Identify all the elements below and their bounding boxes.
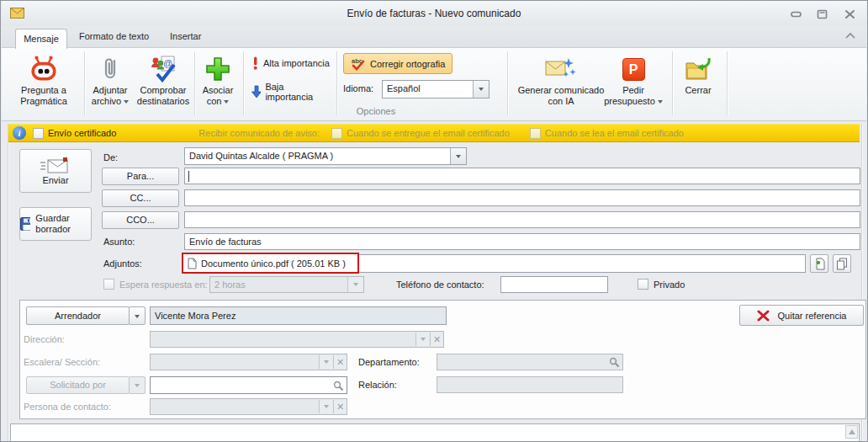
comprobar-destinatarios-button[interactable]: @ Comprobar destinatarios bbox=[135, 50, 192, 107]
solicitado-por-button[interactable]: Solicitado por bbox=[26, 376, 130, 394]
attachment-chip[interactable]: Documento único.pdf ( 205.01 KB ) bbox=[182, 253, 359, 274]
plus-icon bbox=[204, 53, 231, 85]
dropdown-caret-icon bbox=[135, 384, 140, 387]
text-caret bbox=[188, 171, 189, 182]
baja-importancia-button[interactable]: Baja importancia bbox=[248, 80, 334, 104]
robot-icon bbox=[29, 53, 58, 85]
entregue-checkbox[interactable] bbox=[331, 128, 342, 139]
quitar-referencia-button[interactable]: Quitar referencia bbox=[739, 305, 864, 326]
add-attachment-button[interactable] bbox=[810, 254, 828, 273]
alta-importancia-label: Alta importancia bbox=[263, 58, 330, 68]
telefono-contacto-input[interactable] bbox=[500, 276, 608, 293]
adjuntar-archivo-button[interactable]: Adjuntar archivo bbox=[87, 50, 133, 107]
de-dropdown-button[interactable] bbox=[450, 148, 466, 164]
dropdown-caret-icon bbox=[456, 155, 461, 158]
title-bar[interactable]: Envío de facturas - Nuevo comunicado bbox=[2, 1, 866, 26]
dropdown-caret-icon[interactable] bbox=[319, 400, 332, 413]
copy-attachment-button[interactable] bbox=[833, 254, 851, 273]
de-combobox[interactable]: David Quintas Alcalde ( PRAGMA ) bbox=[184, 147, 467, 165]
referencia-nombre-value: Vicente Mora Perez bbox=[151, 307, 446, 321]
dropdown-caret-icon bbox=[353, 283, 358, 286]
para-button[interactable]: Para... bbox=[102, 168, 179, 185]
maximize-icon[interactable] bbox=[817, 9, 828, 19]
privado-checkbox[interactable] bbox=[638, 279, 648, 290]
clear-x-icon[interactable]: ✕ bbox=[333, 355, 347, 369]
clear-x-icon[interactable]: ✕ bbox=[430, 333, 443, 346]
dropdown-caret-icon[interactable] bbox=[319, 355, 332, 369]
certified-bar: i Envío certificado Recibir comunicado d… bbox=[8, 124, 860, 142]
dropdown-caret-icon bbox=[658, 100, 663, 104]
floppy-icon bbox=[20, 217, 30, 231]
direccion-combobox[interactable]: ✕ bbox=[150, 331, 444, 348]
ribbon-divider bbox=[84, 51, 85, 115]
tab-mensaje[interactable]: Mensaje bbox=[15, 29, 67, 49]
envio-certificado-label: Envío certificado bbox=[48, 128, 116, 138]
paperclip-icon bbox=[102, 53, 119, 85]
referencia-tipo-button[interactable]: Arrendador bbox=[26, 306, 130, 325]
dropdown-caret-icon[interactable] bbox=[415, 333, 429, 346]
minimize-icon[interactable] bbox=[791, 10, 802, 19]
solicitado-por-input[interactable] bbox=[150, 376, 347, 394]
para-input[interactable] bbox=[184, 168, 860, 184]
close-icon[interactable] bbox=[844, 9, 855, 19]
tab-insertar[interactable]: Insertar bbox=[170, 31, 201, 41]
espera-dropdown-button[interactable] bbox=[347, 277, 363, 292]
cco-input[interactable] bbox=[184, 211, 860, 228]
cco-button[interactable]: CCO... bbox=[102, 211, 179, 229]
ribbon-divider bbox=[243, 51, 244, 115]
espera-respuesta-select[interactable]: 2 horas bbox=[209, 276, 364, 293]
document-icon bbox=[188, 258, 197, 269]
pregunta-pragmatica-button[interactable]: Pregunta a Pragmática bbox=[7, 50, 81, 107]
alta-importancia-button[interactable]: Alta importancia bbox=[248, 55, 334, 72]
p-square-icon: P bbox=[622, 53, 645, 85]
espera-respuesta-checkbox[interactable] bbox=[103, 279, 114, 290]
escalera-combobox[interactable]: ✕ bbox=[150, 354, 347, 370]
cc-button[interactable]: CC... bbox=[102, 189, 179, 207]
ribbon-divider bbox=[672, 51, 673, 115]
generar-comunicado-ia-label: Generar comunicado con IA bbox=[513, 85, 609, 107]
attachment-name: Documento único.pdf ( 205.01 KB ) bbox=[201, 258, 346, 269]
persona-contacto-combobox[interactable]: ✕ bbox=[150, 398, 347, 415]
exclamation-icon bbox=[251, 56, 259, 70]
referencia-tipo-dropdown-button[interactable] bbox=[129, 306, 146, 325]
adjuntos-label: Adjuntos: bbox=[103, 258, 142, 269]
direccion-label: Dirección: bbox=[24, 334, 65, 344]
scrollbar-up-button[interactable] bbox=[845, 425, 858, 439]
clear-x-icon[interactable]: ✕ bbox=[333, 400, 347, 413]
magnifier-icon[interactable] bbox=[609, 357, 620, 368]
generar-comunicado-ia-button[interactable]: Generar comunicado con IA bbox=[513, 50, 609, 107]
asunto-value: Envío de facturas bbox=[185, 234, 860, 247]
dropdown-caret-icon bbox=[224, 100, 229, 104]
scroll-up-arrow-icon bbox=[849, 429, 855, 434]
idioma-select[interactable]: Español bbox=[382, 80, 490, 99]
lea-checkbox[interactable] bbox=[530, 128, 541, 139]
magnifier-icon[interactable] bbox=[333, 381, 344, 391]
idioma-label: Idioma: bbox=[343, 83, 373, 93]
spellcheck-icon: abc bbox=[351, 57, 366, 71]
chevron-up-icon[interactable] bbox=[844, 32, 856, 40]
asunto-input[interactable]: Envío de facturas bbox=[184, 233, 860, 250]
enviar-button[interactable]: Enviar bbox=[19, 149, 92, 193]
envio-certificado-checkbox[interactable] bbox=[33, 128, 44, 139]
cerrar-button[interactable]: Cerrar bbox=[676, 50, 720, 96]
asociar-con-button[interactable]: Asociar con bbox=[198, 50, 238, 107]
ribbon-divider bbox=[194, 51, 195, 115]
message-body-editor[interactable] bbox=[10, 423, 860, 442]
asunto-label: Asunto: bbox=[103, 237, 135, 247]
referencia-nombre-field[interactable]: Vicente Mora Perez bbox=[150, 306, 447, 325]
tab-formato-de-texto[interactable]: Formato de texto bbox=[79, 31, 149, 41]
pedir-presupuesto-button[interactable]: P Pedir presupuesto bbox=[601, 50, 666, 107]
departamento-field[interactable] bbox=[437, 354, 623, 370]
idioma-dropdown-button[interactable] bbox=[473, 81, 489, 98]
corregir-ortografia-label: Corregir ortografia bbox=[370, 59, 445, 69]
solicitado-por-dropdown-button[interactable] bbox=[129, 376, 146, 394]
espera-respuesta-label: Espera respuesta en: bbox=[119, 280, 208, 290]
opciones-group-label: Opciones bbox=[246, 106, 506, 116]
folder-exit-icon bbox=[685, 53, 712, 85]
guardar-borrador-button[interactable]: Guardar borrador bbox=[19, 207, 92, 241]
relacion-field[interactable] bbox=[437, 376, 623, 393]
relacion-label: Relación: bbox=[358, 380, 397, 390]
guardar-borrador-label: Guardar borrador bbox=[35, 213, 91, 235]
corregir-ortografia-button[interactable]: abc Corregir ortografia bbox=[343, 53, 453, 74]
cc-input[interactable] bbox=[184, 189, 860, 206]
